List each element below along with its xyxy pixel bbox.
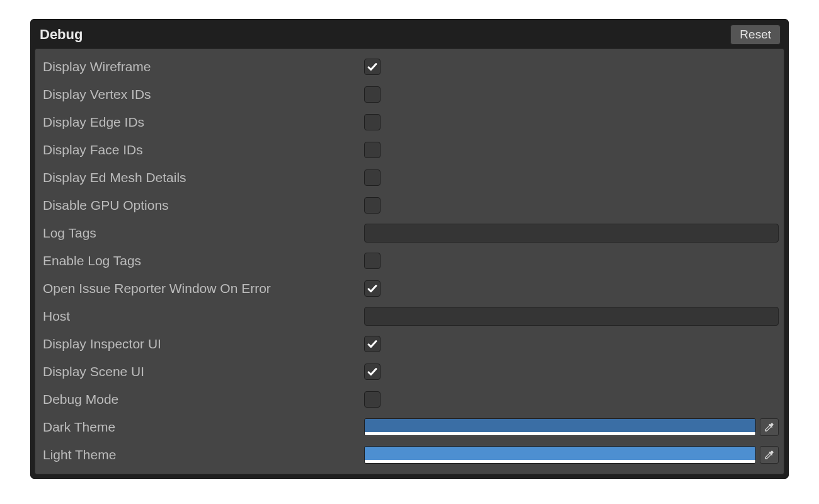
setting-label: Display Edge IDs [40, 115, 359, 130]
disable-gpu-options-checkbox[interactable] [364, 197, 381, 214]
dark-theme-color-field [364, 418, 779, 436]
setting-label: Display Ed Mesh Details [40, 170, 359, 185]
log-tags-input[interactable] [364, 224, 779, 243]
debug-mode-checkbox[interactable] [364, 391, 381, 408]
setting-label: Display Vertex IDs [40, 87, 359, 102]
setting-control [364, 336, 779, 352]
setting-control [364, 59, 779, 75]
open-issue-reporter-checkbox[interactable] [364, 280, 381, 297]
setting-control [364, 364, 779, 380]
panel-body: Display WireframeDisplay Vertex IDsDispl… [35, 49, 784, 474]
setting-row-display-vertex-ids: Display Vertex IDs [40, 81, 779, 108]
setting-label: Open Issue Reporter Window On Error [40, 281, 359, 296]
setting-control [364, 391, 779, 408]
setting-control [364, 114, 779, 130]
setting-label: Light Theme [40, 447, 359, 462]
setting-row-display-inspector-ui: Display Inspector UI [40, 330, 779, 358]
setting-row-display-ed-mesh-details: Display Ed Mesh Details [40, 164, 779, 192]
setting-control [364, 169, 779, 186]
eyedropper-icon[interactable] [760, 446, 779, 464]
panel-header: Debug Reset [31, 20, 788, 49]
setting-row-display-wireframe: Display Wireframe [40, 53, 779, 81]
setting-label: Display Face IDs [40, 142, 359, 158]
setting-control [364, 307, 779, 326]
setting-row-log-tags: Log Tags [40, 219, 779, 247]
eyedropper-icon[interactable] [760, 418, 779, 436]
enable-log-tags-checkbox[interactable] [364, 253, 381, 269]
setting-control [364, 280, 779, 297]
color-alpha-bar [365, 460, 755, 463]
setting-label: Display Inspector UI [40, 336, 359, 352]
setting-control [364, 446, 779, 464]
display-ed-mesh-details-checkbox[interactable] [364, 169, 381, 186]
setting-label: Host [40, 309, 359, 324]
dark-theme-color-swatch[interactable] [364, 418, 756, 436]
light-theme-color-field [364, 446, 779, 464]
setting-control [364, 253, 779, 269]
setting-row-disable-gpu-options: Disable GPU Options [40, 192, 779, 219]
setting-label: Enable Log Tags [40, 253, 359, 268]
color-alpha-bar [365, 432, 755, 435]
setting-row-debug-mode: Debug Mode [40, 386, 779, 413]
reset-button[interactable]: Reset [730, 25, 781, 45]
setting-control [364, 142, 779, 158]
setting-row-open-issue-reporter: Open Issue Reporter Window On Error [40, 275, 779, 302]
setting-label: Dark Theme [40, 420, 359, 435]
setting-row-dark-theme: Dark Theme [40, 413, 779, 441]
display-vertex-ids-checkbox[interactable] [364, 86, 381, 103]
setting-control [364, 86, 779, 103]
debug-panel: Debug Reset Display WireframeDisplay Ver… [30, 19, 789, 479]
light-theme-color-swatch[interactable] [364, 446, 756, 464]
display-wireframe-checkbox[interactable] [364, 59, 381, 75]
setting-row-host: Host [40, 302, 779, 330]
setting-row-enable-log-tags: Enable Log Tags [40, 247, 779, 275]
setting-control [364, 197, 779, 214]
color-fill [365, 447, 755, 460]
setting-row-light-theme: Light Theme [40, 441, 779, 469]
setting-label: Display Scene UI [40, 364, 359, 379]
setting-row-display-scene-ui: Display Scene UI [40, 358, 779, 386]
setting-control [364, 224, 779, 243]
display-edge-ids-checkbox[interactable] [364, 114, 381, 130]
setting-row-display-edge-ids: Display Edge IDs [40, 108, 779, 136]
panel-title: Debug [40, 26, 83, 43]
display-scene-ui-checkbox[interactable] [364, 364, 381, 380]
color-fill [365, 419, 755, 432]
host-input[interactable] [364, 307, 779, 326]
display-inspector-ui-checkbox[interactable] [364, 336, 381, 352]
setting-label: Display Wireframe [40, 59, 359, 74]
display-face-ids-checkbox[interactable] [364, 142, 381, 158]
setting-control [364, 418, 779, 436]
setting-row-display-face-ids: Display Face IDs [40, 136, 779, 164]
setting-label: Log Tags [40, 226, 359, 241]
setting-label: Debug Mode [40, 392, 359, 407]
setting-label: Disable GPU Options [40, 198, 359, 213]
